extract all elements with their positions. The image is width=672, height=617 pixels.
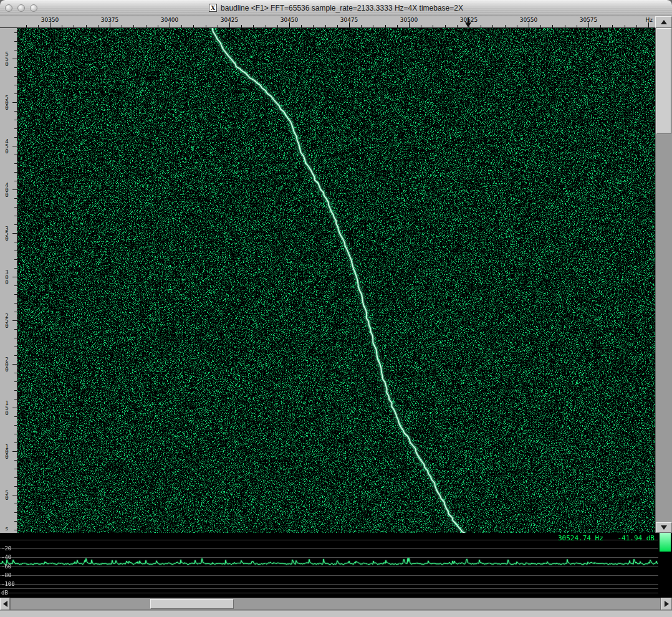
freq-tick <box>505 25 506 27</box>
peak-level-fill <box>660 533 671 552</box>
freq-tick <box>421 25 421 27</box>
freq-tick <box>612 25 613 27</box>
zoom-button[interactable] <box>30 4 37 12</box>
time-tick <box>12 408 17 408</box>
scroll-right-button[interactable] <box>661 598 672 610</box>
freq-tick <box>301 25 302 27</box>
time-tick <box>14 259 17 260</box>
readout-frequency: 30524.74 Hz <box>558 534 603 542</box>
freq-tick <box>529 22 529 27</box>
freq-tick <box>206 25 206 27</box>
freq-label: 30500 <box>400 17 418 23</box>
freq-label: 30525 <box>460 17 478 23</box>
freq-tick <box>218 25 218 27</box>
freq-tick <box>98 25 98 27</box>
titlebar[interactable]: X baudline <F1> FFT=65536 sample_rate=21… <box>0 0 672 16</box>
close-button[interactable] <box>5 4 12 12</box>
time-tick <box>14 128 17 129</box>
time-tick <box>14 76 17 77</box>
freq-tick <box>565 25 565 27</box>
time-tick <box>14 416 17 417</box>
freq-tick <box>648 22 649 27</box>
axis-corner <box>0 16 17 28</box>
time-tick <box>12 277 17 277</box>
time-tick <box>14 163 17 164</box>
time-label: 450 <box>4 138 10 153</box>
spectrogram-display[interactable] <box>17 28 655 533</box>
freq-tick <box>373 25 373 27</box>
freq-tick <box>337 25 338 27</box>
horizontal-scrollbar[interactable] <box>10 598 661 610</box>
time-tick <box>14 93 17 94</box>
ruler-row: Hz 3035030375304003042530450304753050030… <box>0 16 672 28</box>
freq-tick <box>492 25 493 27</box>
time-tick <box>14 268 17 269</box>
time-tick <box>14 425 17 426</box>
db-unit-label: dB <box>1 590 8 596</box>
time-tick <box>14 294 17 295</box>
freq-tick <box>38 25 39 27</box>
freq-tick <box>517 25 517 27</box>
freq-label: 30375 <box>101 17 119 23</box>
time-tick <box>14 530 17 530</box>
time-tick <box>12 233 17 234</box>
db-label: -80 <box>1 572 11 578</box>
time-label: 400 <box>4 182 10 197</box>
freq-label: 30550 <box>520 17 538 23</box>
time-unit-label: s <box>5 525 8 532</box>
time-tick <box>14 329 17 330</box>
time-tick <box>14 198 17 199</box>
main-area: 55050045040035030025020015010050s <box>0 28 672 533</box>
window-resize-edge[interactable] <box>0 610 672 617</box>
freq-tick <box>62 25 62 27</box>
right-arrow-icon <box>665 601 669 607</box>
freq-tick <box>625 25 625 27</box>
freq-tick <box>397 25 398 27</box>
frequency-unit-label: Hz <box>646 17 653 23</box>
spectrum-display[interactable] <box>0 533 658 598</box>
time-tick <box>14 50 17 50</box>
time-tick <box>14 172 17 173</box>
time-label: 150 <box>4 400 10 415</box>
time-label: 350 <box>4 226 10 241</box>
freq-tick <box>325 25 326 27</box>
freq-tick <box>600 25 601 27</box>
freq-tick <box>241 25 242 27</box>
time-tick <box>14 155 17 155</box>
time-tick <box>14 312 17 312</box>
time-axis[interactable]: 55050045040035030025020015010050s <box>0 28 17 533</box>
freq-tick <box>158 25 158 27</box>
time-tick <box>14 67 17 68</box>
x11-app-icon: X <box>209 4 217 12</box>
scroll-left-button[interactable] <box>0 598 10 610</box>
freq-tick <box>170 22 170 27</box>
vertical-scrollbar-thumb[interactable] <box>656 28 671 134</box>
db-label: -20 <box>1 545 11 552</box>
freq-label: 30575 <box>580 17 598 23</box>
freq-tick <box>433 25 433 27</box>
time-tick <box>14 242 17 242</box>
time-tick <box>14 442 17 443</box>
time-label: 300 <box>4 269 10 284</box>
up-arrow-icon <box>661 20 667 24</box>
time-tick <box>12 189 17 190</box>
minimize-button[interactable] <box>17 4 25 12</box>
time-tick <box>12 364 17 365</box>
freq-tick <box>349 22 350 27</box>
freq-tick <box>361 25 362 27</box>
scroll-up-button[interactable] <box>655 16 672 28</box>
freq-tick <box>50 22 50 27</box>
freq-tick <box>588 22 589 27</box>
freq-tick <box>229 22 230 27</box>
frequency-ruler[interactable]: Hz 3035030375304003042530450304753050030… <box>17 16 655 28</box>
horizontal-scrollbar-thumb[interactable] <box>150 599 234 609</box>
time-tick <box>12 451 17 452</box>
vertical-scrollbar[interactable] <box>655 28 672 533</box>
time-tick <box>14 303 17 304</box>
scroll-down-button[interactable] <box>656 522 672 533</box>
freq-label: 30425 <box>221 17 239 23</box>
spectrum-panel: -20-40-60-80-100dB 30524.74 Hz -41.94 dB <box>0 533 672 598</box>
window-controls <box>5 0 37 16</box>
time-tick <box>14 434 17 434</box>
time-tick <box>14 390 17 391</box>
